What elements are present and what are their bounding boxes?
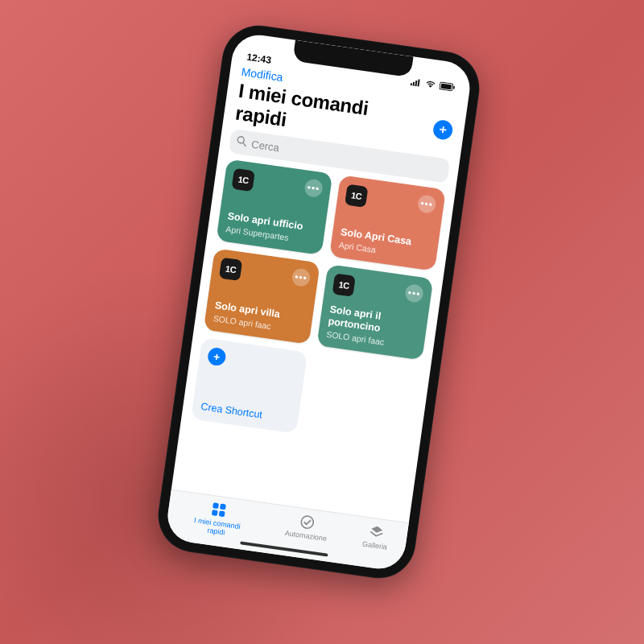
ellipsis-icon: ••• — [294, 271, 308, 284]
shortcut-tile[interactable]: 1C ••• Solo apri il portoncino SOLO apri… — [316, 264, 433, 360]
ellipsis-icon: ••• — [407, 287, 421, 299]
shortcut-tile[interactable]: 1C ••• Solo apri villa SOLO apri faac — [204, 248, 320, 344]
svg-rect-0 — [411, 83, 412, 85]
svg-rect-11 — [212, 510, 218, 516]
svg-rect-10 — [220, 504, 226, 510]
shortcut-tile[interactable]: 1C ••• Solo Apri Casa Apri Casa — [329, 175, 446, 270]
battery-icon — [439, 81, 456, 92]
svg-rect-12 — [219, 510, 225, 517]
app-badge-icon: 1C — [345, 184, 368, 208]
svg-rect-1 — [412, 82, 415, 86]
shortcuts-grid: 1C ••• Solo apri ufficio Apri Superparte… — [181, 158, 455, 451]
svg-rect-5 — [453, 86, 455, 89]
tab-label: Galleria — [362, 540, 388, 551]
app-badge-icon: 1C — [231, 168, 254, 192]
app-badge-icon: 1C — [332, 273, 356, 296]
svg-rect-2 — [415, 80, 417, 86]
more-button[interactable]: ••• — [291, 267, 312, 287]
svg-rect-6 — [440, 84, 452, 90]
layers-icon — [368, 523, 386, 542]
clock-check-icon — [299, 513, 317, 531]
ellipsis-icon: ••• — [420, 197, 434, 210]
search-placeholder: Cerca — [250, 138, 279, 154]
svg-point-13 — [301, 515, 315, 529]
wifi-icon — [424, 80, 436, 89]
tab-label: I miei comandi rapidi — [184, 515, 250, 540]
status-time: 12:43 — [246, 52, 272, 66]
svg-line-8 — [242, 142, 246, 146]
cellular-signal-icon — [411, 77, 423, 87]
tab-gallery[interactable]: Galleria — [362, 522, 390, 551]
tab-label: Automazione — [284, 529, 327, 543]
more-button[interactable]: ••• — [404, 283, 424, 303]
create-shortcut-tile[interactable]: + Crea Shortcut — [191, 337, 308, 433]
more-button[interactable]: ••• — [417, 194, 437, 214]
svg-rect-9 — [213, 502, 219, 509]
add-shortcut-button[interactable]: + — [432, 119, 454, 141]
create-shortcut-label: Crea Shortcut — [200, 401, 291, 424]
svg-rect-3 — [417, 80, 419, 87]
shortcut-tile[interactable]: 1C ••• Solo apri ufficio Apri Superparte… — [216, 159, 332, 254]
ellipsis-icon: ••• — [307, 182, 320, 195]
app-badge-icon: 1C — [219, 258, 242, 281]
phone-screen: 12:43 Modifica I miei comandi rapidi + — [164, 31, 473, 572]
grid-icon — [210, 501, 229, 519]
tab-automation[interactable]: Automazione — [284, 511, 329, 543]
tab-my-shortcuts[interactable]: I miei comandi rapidi — [184, 497, 252, 540]
search-icon — [236, 135, 248, 150]
plus-icon: + — [207, 347, 227, 367]
phone-frame: 12:43 Modifica I miei comandi rapidi + — [154, 21, 485, 583]
more-button[interactable]: ••• — [303, 178, 324, 198]
plus-icon: + — [438, 122, 448, 138]
